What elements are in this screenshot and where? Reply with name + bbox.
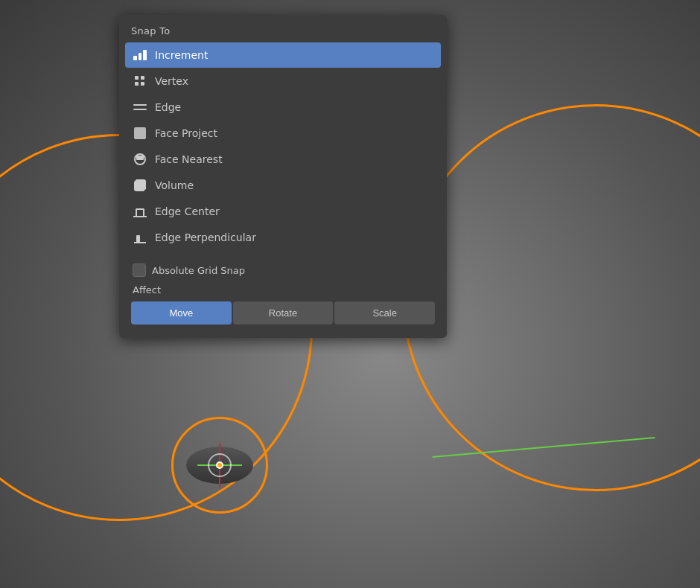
affect-move-button[interactable]: Move xyxy=(131,301,232,325)
snap-option-edge-center-label: Edge Center xyxy=(155,205,220,217)
affect-scale-button[interactable]: Scale xyxy=(334,301,435,325)
affect-buttons-group: Move Rotate Scale xyxy=(125,298,441,327)
snap-options-list: Increment Vertex Edge xyxy=(125,42,441,250)
volume-icon xyxy=(133,178,147,193)
gizmo-origin-dot xyxy=(216,461,223,469)
snap-option-face-nearest[interactable]: Face Nearest xyxy=(125,147,441,172)
edge-icon xyxy=(133,100,147,115)
snap-option-face-project[interactable]: Face Project xyxy=(125,121,441,146)
snap-option-volume[interactable]: Volume xyxy=(125,173,441,198)
absolute-grid-snap-label: Absolute Grid Snap xyxy=(152,265,245,276)
absolute-grid-snap-checkbox[interactable] xyxy=(133,263,146,277)
snap-option-vertex[interactable]: Vertex xyxy=(125,68,441,94)
3d-object-cylinder xyxy=(171,417,268,514)
snap-option-face-nearest-label: Face Nearest xyxy=(155,153,223,165)
snap-option-edge-perpendicular-label: Edge Perpendicular xyxy=(155,231,256,243)
snap-option-vertex-label: Vertex xyxy=(155,75,188,87)
panel-title: Snap To xyxy=(125,22,441,42)
snap-option-increment-label: Increment xyxy=(155,49,208,61)
transform-gizmo xyxy=(197,443,242,488)
snap-option-face-project-label: Face Project xyxy=(155,127,217,139)
face-project-icon xyxy=(133,126,147,141)
absolute-grid-snap-row[interactable]: Absolute Grid Snap xyxy=(125,258,441,280)
affect-rotate-button[interactable]: Rotate xyxy=(233,301,334,325)
vertex-icon xyxy=(133,74,147,89)
snap-option-edge[interactable]: Edge xyxy=(125,95,441,120)
snap-option-edge-label: Edge xyxy=(155,101,181,113)
edge-center-icon xyxy=(133,204,147,219)
snap-option-volume-label: Volume xyxy=(155,179,194,191)
cylinder-body xyxy=(186,447,253,484)
edge-perpendicular-icon xyxy=(133,230,147,245)
affect-section-title: Affect xyxy=(125,280,441,298)
snap-option-edge-perpendicular[interactable]: Edge Perpendicular xyxy=(125,225,441,250)
snap-option-increment[interactable]: Increment xyxy=(125,42,441,68)
cylinder-selection-circle xyxy=(171,417,268,514)
increment-icon xyxy=(133,48,147,63)
face-nearest-icon xyxy=(133,152,147,167)
snap-option-edge-center[interactable]: Edge Center xyxy=(125,199,441,224)
snap-to-panel: Snap To Increment xyxy=(119,15,447,338)
